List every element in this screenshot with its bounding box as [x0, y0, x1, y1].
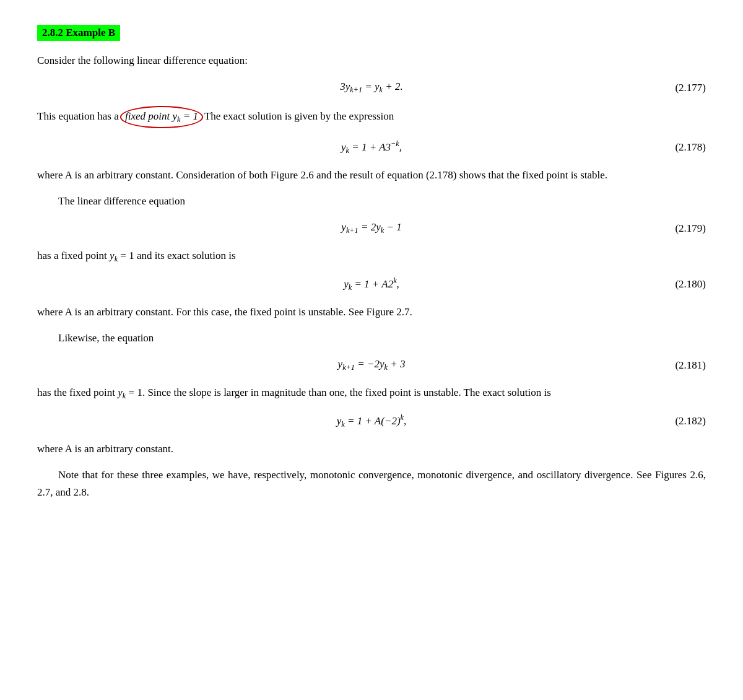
fixed-point-paragraph-3: has the fixed point yk = 1. Since the sl… — [37, 384, 706, 403]
equation-180-content: yk = 1 + A2k, — [344, 276, 399, 292]
section-header: 2.8.2 Example B — [37, 25, 120, 41]
linear-eq-paragraph: The linear difference equation — [37, 193, 706, 210]
equation-181-number: (2.181) — [675, 359, 706, 372]
where-paragraph-3: where A is an arbitrary constant. — [37, 440, 706, 458]
note-paragraph: Note that for these three examples, we h… — [37, 466, 706, 501]
equation-179-content: yk+1 = 2yk − 1 — [341, 221, 401, 235]
equation-180-number: (2.180) — [675, 278, 706, 291]
likewise-paragraph: Likewise, the equation — [37, 330, 706, 347]
equation-179-number: (2.179) — [675, 222, 706, 235]
equation-180: yk = 1 + A2k, (2.180) — [37, 276, 706, 292]
fixed-point-paragraph: This equation has a fixed point yk = 1 T… — [37, 106, 706, 128]
where-paragraph-2: where A is an arbitrary constant. For th… — [37, 304, 706, 321]
equation-178-content: yk = 1 + A3−k, — [341, 139, 402, 155]
equation-182-content: yk = 1 + A(−2)k, — [337, 413, 407, 429]
equation-178-number: (2.178) — [675, 141, 706, 154]
equation-181-content: yk+1 = −2yk + 3 — [338, 358, 406, 372]
equation-177-content: 3yk+1 = yk + 2. — [340, 81, 403, 95]
where-paragraph-1: where A is an arbitrary constant. Consid… — [37, 167, 706, 184]
equation-177-number: (2.177) — [675, 82, 706, 94]
fixed-point-paragraph-2: has a fixed point yk = 1 and its exact s… — [37, 247, 706, 266]
intro-paragraph: Consider the following linear difference… — [37, 52, 706, 69]
equation-178: yk = 1 + A3−k, (2.178) — [37, 139, 706, 155]
fixed-point-highlight: fixed point yk = 1 — [120, 106, 203, 128]
equation-182-number: (2.182) — [675, 415, 706, 427]
equation-177: 3yk+1 = yk + 2. (2.177) — [37, 81, 706, 95]
equation-182: yk = 1 + A(−2)k, (2.182) — [37, 413, 706, 429]
equation-179: yk+1 = 2yk − 1 (2.179) — [37, 221, 706, 235]
equation-181: yk+1 = −2yk + 3 (2.181) — [37, 358, 706, 372]
